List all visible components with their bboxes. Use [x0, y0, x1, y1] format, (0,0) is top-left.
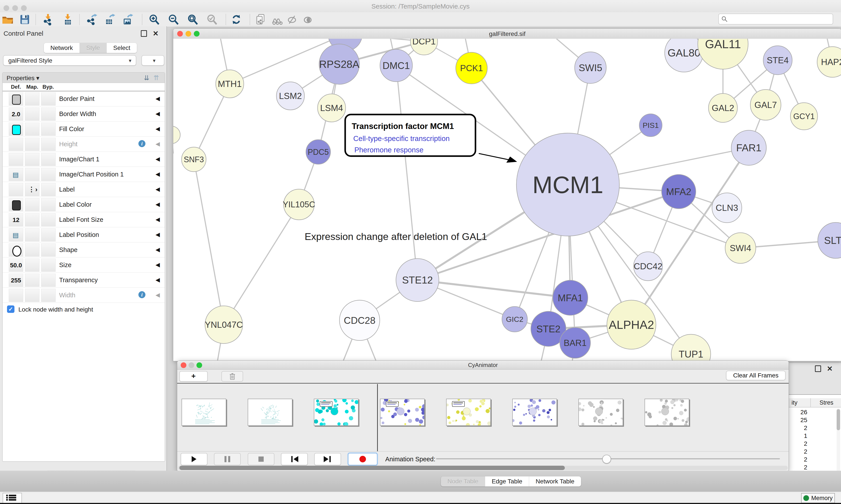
- default-cell[interactable]: 12: [9, 213, 23, 227]
- frame-thumbnail-7[interactable]: [645, 399, 689, 426]
- table-cell[interactable]: 2: [789, 440, 807, 447]
- node-PIS1[interactable]: PIS1: [639, 114, 662, 137]
- table-column-stress[interactable]: Stres: [820, 399, 833, 406]
- node-clipped[interactable]: [173, 126, 180, 144]
- bypass-cell[interactable]: [41, 183, 56, 196]
- float-panel-icon[interactable]: [141, 30, 147, 37]
- expand-row-icon[interactable]: ◀: [156, 246, 160, 253]
- bypass-cell[interactable]: [41, 123, 56, 136]
- position-icon[interactable]: ▤: [13, 231, 19, 239]
- node-DMC1[interactable]: DMC1: [380, 49, 412, 82]
- table-cell[interactable]: 2: [789, 425, 807, 432]
- frame-thumbnail-4[interactable]: [446, 399, 491, 426]
- position-icon[interactable]: ▤: [13, 171, 19, 178]
- play-button[interactable]: [181, 453, 208, 465]
- hide-details-icon[interactable]: [286, 14, 298, 25]
- frame-thumbnail-0[interactable]: [182, 399, 226, 426]
- bypass-cell[interactable]: [41, 213, 56, 227]
- mapping-cell[interactable]: [25, 108, 39, 121]
- node-TUP1[interactable]: TUP1: [671, 334, 711, 361]
- table-cell[interactable]: 2: [789, 464, 807, 471]
- expand-row-icon[interactable]: ◀: [156, 216, 160, 223]
- expand-row-icon[interactable]: ◀: [156, 201, 160, 208]
- frame-thumbnail-2[interactable]: [314, 399, 359, 426]
- bypass-cell[interactable]: [41, 198, 56, 211]
- property-row-label-font-size[interactable]: 12Label Font Size◀: [3, 212, 165, 227]
- expand-row-icon[interactable]: ◀: [156, 141, 160, 147]
- zoom-out-icon[interactable]: [168, 14, 180, 25]
- expand-row-icon[interactable]: ◀: [156, 95, 160, 102]
- bypass-cell[interactable]: [41, 92, 56, 106]
- bypass-cell[interactable]: [41, 138, 56, 151]
- node-PDC5[interactable]: PDC5: [306, 140, 330, 164]
- default-cell[interactable]: [9, 138, 23, 151]
- node-HAP2[interactable]: HAP2: [817, 47, 841, 77]
- mapping-cell[interactable]: [25, 92, 39, 106]
- info-icon[interactable]: i: [139, 140, 145, 147]
- tab-network-table[interactable]: Network Table: [529, 476, 581, 486]
- memory-button[interactable]: Memory: [801, 493, 835, 503]
- bypass-cell[interactable]: [41, 258, 56, 272]
- search-network-icon[interactable]: [271, 14, 283, 25]
- expand-row-icon[interactable]: ◀: [156, 156, 160, 162]
- property-row-image-chart-position-1[interactable]: ▤Image/Chart Position 1◀: [3, 167, 165, 182]
- mapping-cell[interactable]: [25, 198, 39, 211]
- default-cell[interactable]: [9, 289, 23, 302]
- expand-row-icon[interactable]: ◀: [156, 171, 160, 178]
- bypass-cell[interactable]: [41, 274, 56, 287]
- style-options-button[interactable]: ▾: [142, 55, 164, 66]
- property-row-shape[interactable]: Shape◀: [3, 242, 165, 257]
- node-SNF3[interactable]: SNF3: [182, 147, 206, 172]
- node-SWI5[interactable]: SWI5: [575, 52, 606, 84]
- property-row-fill-color[interactable]: Fill Color◀: [3, 122, 165, 137]
- refresh-icon[interactable]: [230, 14, 242, 25]
- stop-button[interactable]: [248, 453, 274, 465]
- tab-style[interactable]: Style: [80, 43, 107, 53]
- default-cell[interactable]: [9, 153, 23, 166]
- tab-select[interactable]: Select: [107, 43, 137, 53]
- node-STE4[interactable]: STE4: [763, 46, 792, 75]
- export-image-icon[interactable]: [122, 14, 133, 25]
- default-value-swatch[interactable]: [12, 200, 21, 211]
- bypass-cell[interactable]: [41, 168, 56, 181]
- property-row-label[interactable]: ⋮›Label◀: [3, 182, 165, 197]
- mapping-icon[interactable]: ⋮›: [28, 185, 38, 193]
- expand-row-icon[interactable]: ◀: [156, 186, 160, 193]
- tab-network[interactable]: Network: [44, 43, 80, 53]
- frame-thumbnail-6[interactable]: [578, 399, 623, 426]
- default-cell[interactable]: 2.0: [9, 108, 23, 121]
- property-row-image-chart-1[interactable]: Image/Chart 1◀: [3, 152, 165, 167]
- speed-slider-handle[interactable]: [602, 455, 611, 464]
- skip-to-start-button[interactable]: [281, 453, 308, 465]
- mapping-cell[interactable]: [25, 289, 39, 302]
- property-row-border-paint[interactable]: Border Paint◀: [3, 91, 165, 106]
- node-GIC2[interactable]: GIC2: [502, 307, 527, 332]
- expand-all-icon[interactable]: ⇊: [144, 74, 149, 82]
- network-window-titlebar[interactable]: galFiltered.sif: [173, 29, 841, 39]
- edge-SNF3-YNL047C[interactable]: [194, 159, 224, 325]
- annotation-mcm1[interactable]: Transcription factor MCM1Cell-type-speci…: [345, 114, 517, 163]
- default-cell[interactable]: 255: [9, 274, 23, 287]
- default-value-swatch[interactable]: [12, 94, 21, 105]
- node-CDC28[interactable]: CDC28: [339, 300, 380, 340]
- node-MCM1[interactable]: MCM1: [516, 133, 619, 236]
- copy-style-icon[interactable]: [254, 14, 266, 25]
- node-DCP1[interactable]: DCP1: [410, 39, 437, 55]
- zoom-fit-icon[interactable]: [187, 14, 199, 25]
- import-network-icon[interactable]: [42, 14, 54, 25]
- lock-size-checkbox[interactable]: ✓: [7, 305, 15, 313]
- table-cell[interactable]: 26: [789, 409, 807, 416]
- node-SLT2[interactable]: SLT2: [818, 222, 841, 258]
- node-MTH1[interactable]: MTH1: [216, 70, 244, 98]
- tab-edge-table[interactable]: Edge Table: [485, 476, 529, 486]
- timeline[interactable]: Seconds 0123456789: [177, 383, 789, 451]
- mapping-cell[interactable]: [25, 168, 39, 181]
- default-cell[interactable]: ▤: [9, 168, 23, 181]
- node-GAL2[interactable]: GAL2: [709, 93, 737, 122]
- float-panel-icon[interactable]: [815, 365, 821, 372]
- add-frame-button[interactable]: +: [179, 371, 208, 382]
- node-RPS28A[interactable]: RPS28A: [319, 44, 359, 84]
- skip-to-end-button[interactable]: [314, 453, 341, 465]
- zoom-selected-icon[interactable]: [206, 14, 218, 25]
- node-LSM4[interactable]: LSM4: [318, 94, 345, 122]
